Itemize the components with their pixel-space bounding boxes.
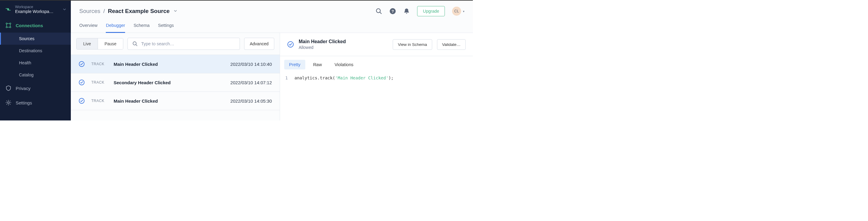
nav-destinations[interactable]: Destinations xyxy=(0,45,71,57)
event-type: TRACK xyxy=(91,99,107,103)
search-icon[interactable] xyxy=(375,8,382,15)
event-row[interactable]: TRACKMain Header Clicked2022/03/10 14:05… xyxy=(71,92,280,110)
event-time: 2022/03/10 14:05:30 xyxy=(230,99,272,104)
code-text: analytics.track('Main Header Clicked'); xyxy=(294,76,394,80)
nav-sources[interactable]: Sources xyxy=(0,33,71,45)
breadcrumb-sources[interactable]: Sources xyxy=(79,8,100,15)
svg-point-0 xyxy=(7,9,9,10)
breadcrumb-current[interactable]: React Example Source xyxy=(108,8,170,15)
nav-health[interactable]: Health xyxy=(0,57,71,69)
detail-title: Main Header Clicked xyxy=(299,39,388,45)
detail-tab-raw[interactable]: Raw xyxy=(308,60,327,70)
live-pause-toggle: Live Pause xyxy=(76,38,123,50)
workspace-name: Example Workspa… xyxy=(15,9,59,14)
advanced-button[interactable]: Advanced xyxy=(244,38,274,50)
nav-settings[interactable]: Settings xyxy=(0,95,71,110)
svg-point-4 xyxy=(10,27,11,28)
nav-privacy-label: Privacy xyxy=(16,86,30,91)
search-input[interactable] xyxy=(127,38,240,50)
view-in-schema-button[interactable]: View in Schema xyxy=(393,39,432,50)
detail-status: Allowed xyxy=(299,45,388,50)
detail-tabs: Pretty Raw Violations xyxy=(280,56,473,73)
detail-tab-violations[interactable]: Violations xyxy=(330,60,358,70)
nav-connections-submenu: Sources Destinations Health Catalog xyxy=(0,33,71,81)
tab-overview[interactable]: Overview xyxy=(79,23,97,33)
event-time: 2022/03/10 14:10:40 xyxy=(230,62,272,67)
upgrade-button[interactable]: Upgrade xyxy=(417,6,445,16)
workspace-label: Workspace xyxy=(15,5,59,9)
check-circle-icon xyxy=(79,79,85,85)
nav-privacy[interactable]: Privacy xyxy=(0,81,71,95)
event-row[interactable]: TRACKSecondary Header Clicked2022/03/10 … xyxy=(71,73,280,92)
search-wrap xyxy=(127,38,240,50)
check-circle-icon xyxy=(287,41,294,48)
event-type: TRACK xyxy=(91,80,107,85)
svg-point-9 xyxy=(133,42,136,45)
code-line: 1 analytics.track('Main Header Clicked')… xyxy=(284,76,469,80)
nav-connections[interactable]: Connections xyxy=(0,18,71,33)
code-area: 1 analytics.track('Main Header Clicked')… xyxy=(280,73,473,83)
event-list: TRACKMain Header Clicked2022/03/10 14:10… xyxy=(71,55,280,110)
event-row[interactable]: TRACKMain Header Clicked2022/03/10 14:10… xyxy=(71,55,280,73)
connections-icon xyxy=(5,22,11,28)
event-name: Secondary Header Clicked xyxy=(114,80,224,85)
detail-tab-pretty[interactable]: Pretty xyxy=(284,60,305,70)
svg-point-5 xyxy=(7,102,9,104)
workspace-text: Workspace Example Workspa… xyxy=(15,5,59,14)
tab-settings[interactable]: Settings xyxy=(158,23,174,33)
segment-logo-icon xyxy=(5,6,11,13)
breadcrumb-separator: / xyxy=(103,8,105,15)
shield-icon xyxy=(5,85,11,91)
help-icon[interactable]: ? xyxy=(390,8,396,15)
bell-icon[interactable] xyxy=(403,8,410,15)
svg-point-2 xyxy=(10,23,11,24)
source-tabs: Overview Debugger Schema Settings xyxy=(71,16,473,33)
detail-panel: Main Header Clicked Allowed View in Sche… xyxy=(280,33,473,120)
nav-settings-label: Settings xyxy=(16,100,32,105)
breadcrumb: Sources / React Example Source xyxy=(79,8,177,15)
line-number: 1 xyxy=(284,76,288,80)
events-panel: Live Pause Advanced TRACKMain Header Cli… xyxy=(71,33,280,120)
check-circle-icon xyxy=(79,61,85,67)
tab-schema[interactable]: Schema xyxy=(133,23,150,33)
svg-text:?: ? xyxy=(392,9,394,13)
chevron-down-icon[interactable] xyxy=(174,9,177,13)
chevron-down-icon: ▾ xyxy=(463,10,464,13)
svg-point-1 xyxy=(6,23,7,24)
live-button[interactable]: Live xyxy=(76,38,98,49)
topbar: Sources / React Example Source ? Upgrade xyxy=(71,1,473,16)
gear-icon xyxy=(5,100,11,106)
user-menu[interactable]: CL ▾ xyxy=(452,7,464,16)
event-type: TRACK xyxy=(91,62,107,66)
svg-point-3 xyxy=(6,27,7,28)
nav-catalog[interactable]: Catalog xyxy=(0,69,71,81)
chevron-down-icon xyxy=(63,7,66,12)
event-name: Main Header Clicked xyxy=(114,62,224,67)
pause-button[interactable]: Pause xyxy=(98,38,123,49)
events-toolbar: Live Pause Advanced xyxy=(71,33,280,55)
check-circle-icon xyxy=(79,98,85,104)
validate-button[interactable]: Validate… xyxy=(437,39,466,50)
avatar: CL xyxy=(452,7,461,16)
workspace-switcher[interactable]: Workspace Example Workspa… xyxy=(0,1,71,18)
tab-debugger[interactable]: Debugger xyxy=(106,23,125,33)
event-time: 2022/03/10 14:07:12 xyxy=(230,80,272,85)
detail-header: Main Header Clicked Allowed View in Sche… xyxy=(280,33,473,56)
nav-connections-label: Connections xyxy=(16,23,43,28)
sidebar: Workspace Example Workspa… Connections S… xyxy=(0,1,71,120)
search-icon xyxy=(132,41,138,47)
svg-point-6 xyxy=(376,9,380,13)
event-name: Main Header Clicked xyxy=(114,99,224,104)
